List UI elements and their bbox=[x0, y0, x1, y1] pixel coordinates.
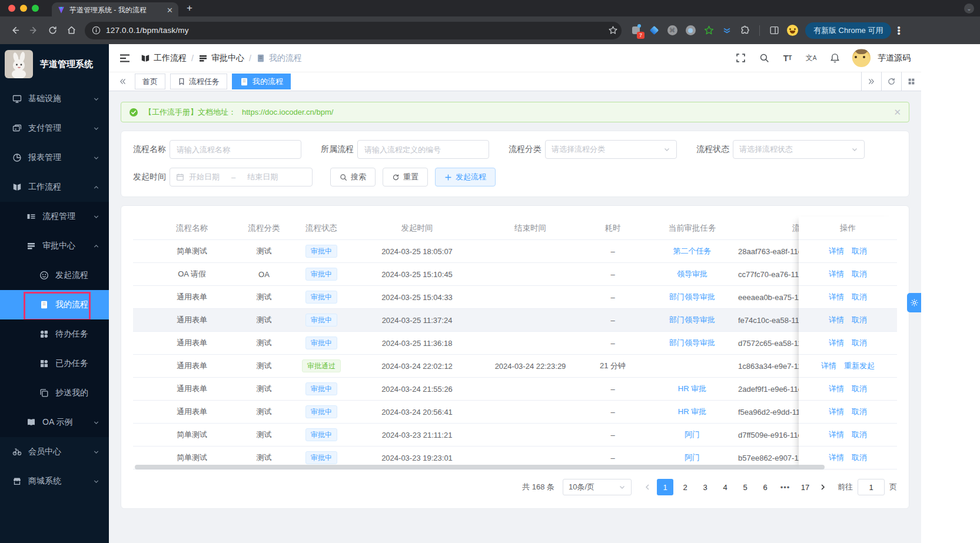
new-tab-button[interactable]: + bbox=[187, 2, 192, 14]
process-name-input[interactable] bbox=[170, 140, 301, 159]
double-chevron-extension-icon[interactable] bbox=[721, 25, 733, 36]
tag-流程任务[interactable]: 流程任务 bbox=[170, 74, 227, 89]
horizontal-scrollbar[interactable] bbox=[135, 465, 825, 469]
sidebar-item-process-mgmt[interactable]: 流程管理 bbox=[0, 202, 109, 231]
action-link[interactable]: 详情 bbox=[829, 315, 844, 325]
current-task-link[interactable]: HR 审批 bbox=[678, 407, 706, 416]
dot-circle-extension-icon[interactable] bbox=[685, 25, 696, 36]
action-link[interactable]: 详情 bbox=[829, 384, 844, 394]
url-bar[interactable]: 127.0.0.1/bpm/task/my bbox=[85, 22, 622, 39]
alert-doc-link[interactable]: https://doc.iocoder.cn/bpm/ bbox=[242, 108, 333, 116]
fullscreen-icon[interactable] bbox=[735, 52, 746, 64]
action-link[interactable]: 详情 bbox=[829, 452, 844, 463]
tags-refresh-icon[interactable] bbox=[881, 72, 901, 91]
star-extension-icon[interactable] bbox=[703, 25, 715, 36]
sidebar-item-approval-center[interactable]: 审批中心 bbox=[0, 231, 109, 261]
app-logo[interactable]: 芋道管理系统 bbox=[0, 44, 109, 84]
action-link[interactable]: 详情 bbox=[829, 292, 844, 302]
user-avatar[interactable] bbox=[852, 49, 871, 67]
notification-bell-icon[interactable] bbox=[829, 52, 841, 64]
page-button-6[interactable]: 6 bbox=[757, 479, 773, 495]
emoji-profile-icon[interactable] bbox=[786, 25, 798, 36]
more-pages-button[interactable]: ••• bbox=[777, 479, 793, 495]
sidebar-item-cc-me[interactable]: 抄送我的 bbox=[0, 378, 109, 408]
home-button[interactable] bbox=[62, 22, 80, 39]
back-button[interactable] bbox=[6, 22, 24, 39]
sidebar-item-mall[interactable]: 商城系统 bbox=[0, 467, 109, 496]
current-task-link[interactable]: 阿门 bbox=[685, 430, 700, 439]
username[interactable]: 芋道源码 bbox=[878, 53, 911, 64]
tag-我的流程[interactable]: 我的流程 bbox=[232, 74, 291, 89]
current-task-link[interactable]: 部门领导审批 bbox=[669, 315, 715, 324]
alert-close-icon[interactable]: ✕ bbox=[893, 107, 901, 118]
sidebar-item-oa-demo[interactable]: OA 示例 bbox=[0, 408, 109, 437]
extensions-puzzle-icon[interactable] bbox=[739, 25, 751, 36]
tags-collapse-right-icon[interactable] bbox=[861, 72, 881, 91]
process-status-select[interactable]: 请选择流程状态 bbox=[733, 140, 865, 159]
tab-close-icon[interactable]: ✕ bbox=[167, 6, 173, 15]
close-window-button[interactable] bbox=[8, 5, 15, 12]
page-button-17[interactable]: 17 bbox=[797, 479, 813, 495]
kite-extension-icon[interactable] bbox=[648, 25, 660, 36]
page-button-2[interactable]: 2 bbox=[677, 479, 693, 495]
process-category-select[interactable]: 请选择流程分类 bbox=[545, 140, 677, 159]
current-task-link[interactable]: 部门领导审批 bbox=[669, 292, 715, 301]
breadcrumb-item-1[interactable]: 工作流程 bbox=[141, 53, 187, 64]
browser-tab[interactable]: 芋道管理系统 - 我的流程 ✕ bbox=[52, 2, 178, 18]
chrome-update-button[interactable]: 有新版 Chrome 可用 bbox=[805, 22, 891, 39]
sidebar-item-payment[interactable]: 支付管理 bbox=[0, 114, 109, 143]
create-process-button[interactable]: 发起流程 bbox=[435, 168, 496, 186]
tab-search-button[interactable]: ⌄ bbox=[964, 4, 974, 14]
reload-button[interactable] bbox=[44, 22, 61, 39]
sidebar-item-todo-task[interactable]: 待办任务 bbox=[0, 319, 109, 349]
sidebar-item-workflow[interactable]: 工作流程 bbox=[0, 172, 109, 202]
extension-blocky-icon[interactable]: 7 bbox=[630, 25, 642, 36]
goto-page-input[interactable] bbox=[858, 479, 885, 495]
current-task-link[interactable]: HR 审批 bbox=[678, 384, 706, 393]
page-button-4[interactable]: 4 bbox=[717, 479, 733, 495]
prev-page-button[interactable] bbox=[640, 479, 655, 495]
action-link[interactable]: 取消 bbox=[852, 269, 867, 279]
tags-layout-grid-icon[interactable] bbox=[901, 72, 921, 91]
font-size-icon[interactable]: TT bbox=[782, 52, 793, 64]
current-task-link[interactable]: 阿门 bbox=[685, 453, 700, 462]
action-link[interactable]: 重新发起 bbox=[844, 361, 875, 371]
side-panel-icon[interactable] bbox=[768, 25, 780, 36]
minimize-window-button[interactable] bbox=[20, 5, 27, 12]
search-icon[interactable] bbox=[758, 52, 770, 64]
page-size-select[interactable]: 10条/页 bbox=[563, 479, 632, 495]
next-page-button[interactable] bbox=[815, 479, 830, 495]
action-link[interactable]: 详情 bbox=[829, 429, 844, 440]
reset-button[interactable]: 重置 bbox=[383, 168, 428, 186]
action-link[interactable]: 详情 bbox=[829, 269, 844, 279]
sidebar-item-start-process[interactable]: 发起流程 bbox=[0, 261, 109, 290]
sidebar-item-member[interactable]: 会员中心 bbox=[0, 437, 109, 467]
command-extension-icon[interactable]: ⌘ bbox=[666, 25, 678, 36]
page-button-3[interactable]: 3 bbox=[697, 479, 713, 495]
action-link[interactable]: 详情 bbox=[829, 338, 844, 348]
tag-首页[interactable]: 首页 bbox=[135, 74, 165, 89]
forward-button[interactable] bbox=[25, 22, 42, 39]
sidebar-item-infra[interactable]: 基础设施 bbox=[0, 84, 109, 114]
collapse-menu-icon[interactable] bbox=[119, 54, 130, 63]
action-link[interactable]: 取消 bbox=[852, 452, 867, 463]
sidebar-item-done-task[interactable]: 已办任务 bbox=[0, 349, 109, 378]
action-link[interactable]: 取消 bbox=[852, 407, 867, 417]
settings-gear-button[interactable] bbox=[907, 293, 921, 312]
action-link[interactable]: 取消 bbox=[852, 246, 867, 256]
action-link[interactable]: 详情 bbox=[821, 361, 836, 371]
search-button[interactable]: 搜索 bbox=[330, 168, 376, 186]
action-link[interactable]: 取消 bbox=[852, 292, 867, 302]
url-text[interactable]: 127.0.0.1/bpm/task/my bbox=[106, 26, 603, 35]
zoom-window-button[interactable] bbox=[32, 5, 39, 12]
current-task-link[interactable]: 第二个任务 bbox=[673, 246, 712, 255]
page-button-5[interactable]: 5 bbox=[737, 479, 753, 495]
translate-icon[interactable]: 文A bbox=[805, 52, 817, 64]
bookmark-star-icon[interactable] bbox=[608, 25, 618, 35]
action-link[interactable]: 取消 bbox=[852, 384, 867, 394]
browser-menu-icon[interactable]: ••• bbox=[897, 26, 900, 35]
action-link[interactable]: 取消 bbox=[852, 429, 867, 440]
page-button-1[interactable]: 1 bbox=[657, 479, 673, 495]
action-link[interactable]: 取消 bbox=[852, 315, 867, 325]
tags-collapse-left-icon[interactable] bbox=[115, 78, 130, 85]
